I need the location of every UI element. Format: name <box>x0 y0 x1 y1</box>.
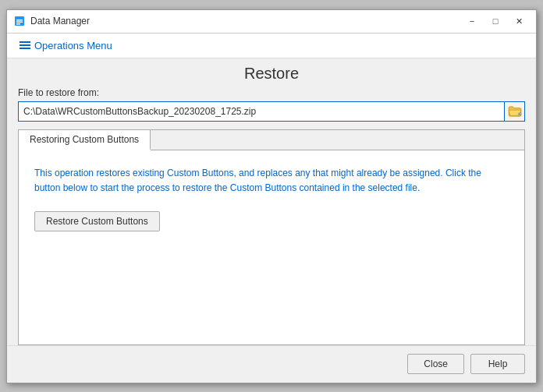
svg-rect-2 <box>16 22 23 23</box>
file-input-row <box>18 101 525 122</box>
title-bar: Data Manager − □ ✕ <box>7 10 536 34</box>
minimize-button[interactable]: − <box>461 12 483 30</box>
tab-container: Restoring Custom Buttons This operation … <box>18 129 525 345</box>
title-bar-controls: − □ ✕ <box>461 12 530 30</box>
window-title: Data Manager <box>30 16 90 26</box>
tab-label: Restoring Custom Buttons <box>30 134 139 145</box>
hamburger-icon <box>20 41 30 49</box>
menu-bar: Operations Menu <box>7 34 536 58</box>
file-path-input[interactable] <box>18 101 505 122</box>
help-button[interactable]: Help <box>470 354 525 374</box>
svg-rect-5 <box>519 113 520 115</box>
description-text: This operation restores existing Custom … <box>34 166 509 196</box>
file-label: File to restore from: <box>18 87 525 98</box>
tab-content: This operation restores existing Custom … <box>19 150 524 344</box>
bottom-bar: Close Help <box>7 345 536 383</box>
main-window: Data Manager − □ ✕ Operations Menu Resto… <box>6 9 537 383</box>
operations-menu-item[interactable]: Operations Menu <box>15 37 117 55</box>
close-window-button[interactable]: ✕ <box>508 12 530 30</box>
page-title-bar: Restore <box>7 58 536 87</box>
title-bar-left: Data Manager <box>13 15 90 27</box>
content-area: File to restore from: Restoring Custom B… <box>7 87 536 345</box>
close-button[interactable]: Close <box>407 354 464 374</box>
restore-custom-buttons-button[interactable]: Restore Custom Buttons <box>34 211 160 231</box>
app-icon <box>13 15 26 27</box>
file-browse-button[interactable] <box>505 101 525 122</box>
svg-rect-1 <box>16 19 23 21</box>
restoring-custom-buttons-tab[interactable]: Restoring Custom Buttons <box>19 130 151 150</box>
svg-rect-3 <box>16 23 20 25</box>
tab-header: Restoring Custom Buttons <box>19 130 524 150</box>
page-title: Restore <box>244 65 299 83</box>
maximize-button[interactable]: □ <box>484 12 506 30</box>
operations-menu-label: Operations Menu <box>34 40 112 51</box>
